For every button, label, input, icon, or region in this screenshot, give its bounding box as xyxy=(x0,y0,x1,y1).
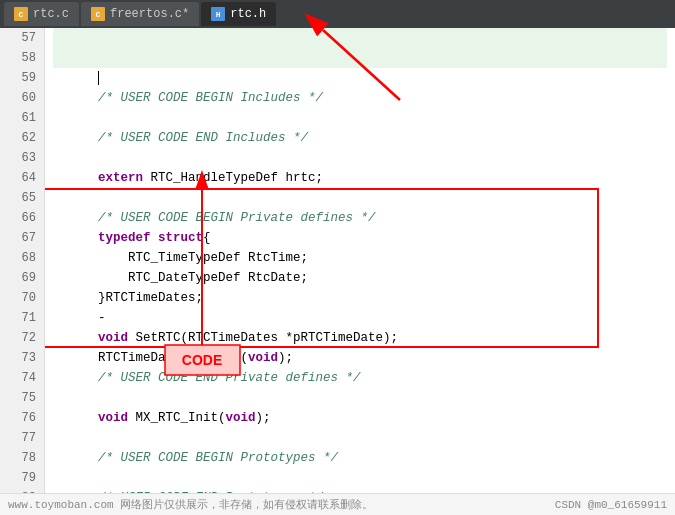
code-line-68: RTC_DateTypeDef RtcDate; xyxy=(53,248,667,268)
code-line-71: void SetRTC(RTCTimeDates *pRTCTimeDate); xyxy=(53,308,667,328)
code-line-69: }RTCTimeDates; xyxy=(53,268,667,288)
tab-freertos-c-label: freertos.c* xyxy=(110,7,189,21)
code-line-80 xyxy=(53,488,667,493)
line-71: 71 xyxy=(8,308,36,328)
line-79: 79 xyxy=(8,468,36,488)
code-line-75: void MX_RTC_Init(void); xyxy=(53,388,667,408)
line-68: 68 xyxy=(8,248,36,268)
status-right: CSDN @m0_61659911 xyxy=(555,499,667,511)
code-line-60 xyxy=(53,88,667,108)
code-line-61: /* USER CODE END Includes */ xyxy=(53,108,667,128)
code-line-78 xyxy=(53,448,667,468)
line-73: 73 xyxy=(8,348,36,368)
line-65: 65 xyxy=(8,188,36,208)
line-80: 80 xyxy=(8,488,36,493)
code-line-76 xyxy=(53,408,667,428)
line-78: 78 xyxy=(8,448,36,468)
code-line-64 xyxy=(53,168,667,188)
code-line-67: RTC_TimeTypeDef RtcTime; xyxy=(53,228,667,248)
code-line-66: typedef struct{ xyxy=(53,208,667,228)
code-line-77: /* USER CODE BEGIN Prototypes */ xyxy=(53,428,667,448)
code-line-59: /* USER CODE BEGIN Includes */ xyxy=(53,68,667,88)
status-left: www.toymoban.com 网络图片仅供展示，非存储，如有侵权请联系删除。 xyxy=(8,497,373,512)
editor: 57 58 59 60 61 62 63 64 65 66 67 68 69 7… xyxy=(0,28,675,493)
line-67: 67 xyxy=(8,228,36,248)
line-64: 64 xyxy=(8,168,36,188)
line-58: 58 xyxy=(8,48,36,68)
tab-rtc-h-label: rtc.h xyxy=(230,7,266,21)
code-line-57: #include "main.h" xyxy=(53,28,667,48)
code-line-58 xyxy=(53,48,667,68)
code-line-74 xyxy=(53,368,667,388)
tab-rtc-c-label: rtc.c xyxy=(33,7,69,21)
line-72: 72 xyxy=(8,328,36,348)
line-60: 60 xyxy=(8,88,36,108)
line-59: 59 xyxy=(8,68,36,88)
code-line-63: extern RTC_HandleTypeDef hrtc; xyxy=(53,148,667,168)
line-77: 77 xyxy=(8,428,36,448)
tab-bar: C rtc.c C freertos.c* H rtc.h xyxy=(0,0,675,28)
line-62: 62 xyxy=(8,128,36,148)
line-57: 57 xyxy=(8,28,36,48)
line-76: 76 xyxy=(8,408,36,428)
code-line-65: /* USER CODE BEGIN Private defines */ xyxy=(53,188,667,208)
code-line-73: /* USER CODE END Private defines */ xyxy=(53,348,667,368)
line-63: 63 xyxy=(8,148,36,168)
tab-freertos-c[interactable]: C freertos.c* xyxy=(81,2,199,26)
line-69: 69 xyxy=(8,268,36,288)
h-file-icon: H xyxy=(211,7,225,21)
line-74: 74 xyxy=(8,368,36,388)
c-file-icon-2: C xyxy=(91,7,105,21)
c-file-icon: C xyxy=(14,7,28,21)
code-line-70: - xyxy=(53,288,667,308)
line-75: 75 xyxy=(8,388,36,408)
line-61: 61 xyxy=(8,108,36,128)
status-bar: www.toymoban.com 网络图片仅供展示，非存储，如有侵权请联系删除。… xyxy=(0,493,675,515)
tab-rtc-h[interactable]: H rtc.h xyxy=(201,2,276,26)
code-line-62 xyxy=(53,128,667,148)
code-area[interactable]: #include "main.h" /* USER CODE BEGIN Inc… xyxy=(45,28,675,493)
line-numbers: 57 58 59 60 61 62 63 64 65 66 67 68 69 7… xyxy=(0,28,45,493)
code-line-72: RTCTimeDates GetRTC(void); xyxy=(53,328,667,348)
line-66: 66 xyxy=(8,208,36,228)
line-70: 70 xyxy=(8,288,36,308)
code-line-79: /* USER CODE END Prototypes */ xyxy=(53,468,667,488)
tab-rtc-c[interactable]: C rtc.c xyxy=(4,2,79,26)
